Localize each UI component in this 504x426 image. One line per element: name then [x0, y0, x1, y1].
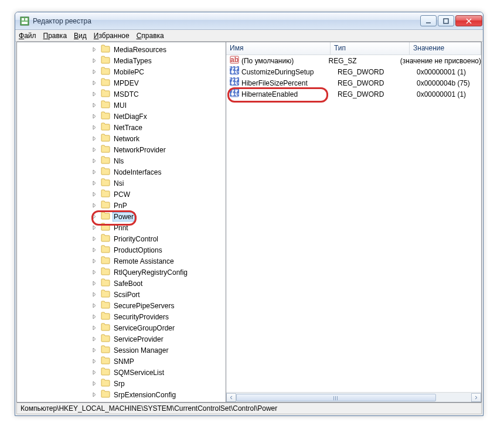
- menu-favorites[interactable]: Избранное: [94, 32, 130, 40]
- tree-item[interactable]: NetTrace: [17, 122, 226, 133]
- tree-item[interactable]: PnP: [17, 200, 226, 211]
- tree-item-label: SecurePipeServers: [113, 301, 175, 311]
- expand-icon[interactable]: [92, 303, 97, 308]
- expand-icon[interactable]: [92, 125, 97, 130]
- value-type: REG_DWORD: [338, 68, 417, 76]
- expand-icon[interactable]: [92, 336, 97, 342]
- tree-item[interactable]: PriorityControl: [17, 233, 226, 244]
- scroll-right-button[interactable]: [471, 393, 481, 402]
- value-data: 0x00000001 (1): [417, 90, 481, 98]
- col-value[interactable]: Значение: [410, 42, 481, 54]
- expand-icon[interactable]: [92, 136, 97, 141]
- value-row[interactable]: 011110HibernateEnabledREG_DWORD0x0000000…: [226, 88, 481, 100]
- value-row[interactable]: 011110CustomizeDuringSetupREG_DWORD0x000…: [226, 66, 481, 77]
- expand-icon[interactable]: [92, 47, 97, 52]
- expand-icon[interactable]: [92, 247, 97, 253]
- tree-item[interactable]: SecurityProviders: [17, 311, 226, 322]
- tree-item[interactable]: SafeBoot: [17, 278, 226, 289]
- tree-item[interactable]: NetDiagFx: [17, 111, 226, 122]
- col-type[interactable]: Тип: [331, 42, 410, 54]
- tree-item[interactable]: Remote Assistance: [17, 255, 226, 267]
- expand-icon[interactable]: [92, 58, 97, 63]
- menu-help[interactable]: Справка: [137, 32, 164, 40]
- folder-icon: [101, 356, 110, 366]
- tree-item-label: MSDTC: [113, 90, 140, 99]
- expand-icon[interactable]: [92, 292, 97, 297]
- menu-edit[interactable]: Правка: [43, 32, 67, 40]
- value-row[interactable]: ab(По умолчанию)REG_SZ(значение не присв…: [226, 55, 481, 66]
- tree-item[interactable]: Session Manager: [17, 345, 226, 356]
- menu-file[interactable]: Файл: [19, 32, 36, 40]
- tree-scroll[interactable]: MediaResourcesMediaTypesMobilePCMPDEVMSD…: [17, 42, 226, 402]
- col-name[interactable]: Имя: [226, 42, 331, 54]
- expand-icon[interactable]: [92, 114, 97, 119]
- expand-icon[interactable]: [92, 258, 97, 264]
- tree-item[interactable]: Network: [17, 133, 226, 144]
- expand-icon[interactable]: [92, 325, 97, 330]
- tree-item[interactable]: ProductOptions: [17, 244, 226, 255]
- dword-icon: 011110: [230, 66, 239, 77]
- menu-view[interactable]: Вид: [74, 32, 87, 40]
- expand-icon[interactable]: [92, 80, 97, 86]
- tree-item[interactable]: Print: [17, 222, 226, 233]
- expand-icon[interactable]: [92, 192, 97, 197]
- tree-item[interactable]: MediaTypes: [17, 55, 226, 66]
- close-button[interactable]: [455, 15, 482, 26]
- expand-icon[interactable]: [92, 370, 97, 375]
- value-row[interactable]: 011110HiberFileSizePercentREG_DWORD0x000…: [226, 77, 481, 88]
- expand-icon[interactable]: [92, 392, 97, 397]
- tree-item[interactable]: SNMP: [17, 356, 226, 367]
- expand-icon[interactable]: [92, 314, 97, 319]
- tree-item[interactable]: MSDTC: [17, 88, 226, 100]
- tree-item[interactable]: MediaResources: [17, 44, 226, 55]
- tree-item[interactable]: MUI: [17, 100, 226, 111]
- tree-item-label: MobilePC: [113, 67, 145, 77]
- expand-icon[interactable]: [92, 203, 97, 208]
- tree-item[interactable]: Power: [17, 211, 226, 222]
- tree-item[interactable]: NodeInterfaces: [17, 166, 226, 178]
- expand-icon[interactable]: [92, 69, 97, 74]
- tree-item[interactable]: Srp: [17, 378, 226, 389]
- dword-icon: 011110: [230, 88, 239, 100]
- tree-item[interactable]: Nsi: [17, 178, 226, 189]
- maximize-button[interactable]: [438, 15, 454, 26]
- scroll-track[interactable]: [236, 393, 471, 402]
- tree-item[interactable]: MPDEV: [17, 77, 226, 88]
- tree-item[interactable]: ServiceProvider: [17, 333, 226, 345]
- value-type: REG_DWORD: [338, 90, 417, 98]
- expand-icon[interactable]: [92, 381, 97, 386]
- expand-icon[interactable]: [92, 147, 97, 152]
- expand-icon[interactable]: [92, 359, 97, 364]
- tree-item[interactable]: PCW: [17, 189, 226, 200]
- tree-item[interactable]: SQMServiceList: [17, 367, 226, 378]
- tree-item-label: Network: [113, 134, 141, 144]
- scroll-thumb[interactable]: [236, 394, 436, 401]
- status-bar: Компьютер\HKEY_LOCAL_MACHINE\SYSTEM\Curr…: [16, 403, 482, 414]
- expand-icon[interactable]: [92, 281, 97, 286]
- folder-icon: [101, 45, 110, 54]
- expand-icon[interactable]: [92, 180, 97, 186]
- scroll-left-button[interactable]: [226, 393, 236, 402]
- expand-icon[interactable]: [92, 158, 97, 163]
- tree-item[interactable]: Nls: [17, 155, 226, 166]
- expand-icon[interactable]: [92, 91, 97, 97]
- expand-icon[interactable]: [92, 347, 97, 353]
- expand-icon[interactable]: [92, 169, 97, 175]
- tree-item[interactable]: SecurePipeServers: [17, 300, 226, 311]
- expand-icon[interactable]: [92, 103, 97, 108]
- horizontal-scrollbar[interactable]: [226, 392, 481, 402]
- folder-icon: [101, 111, 110, 121]
- tree-item[interactable]: ServiceGroupOrder: [17, 322, 226, 333]
- expand-icon[interactable]: [92, 236, 97, 241]
- expand-icon[interactable]: [92, 270, 97, 275]
- tree-item[interactable]: SrpExtensionConfig: [17, 389, 226, 400]
- expand-icon[interactable]: [92, 225, 97, 230]
- titlebar[interactable]: Редактор реестра: [15, 12, 483, 30]
- tree-item[interactable]: NetworkProvider: [17, 144, 226, 155]
- minimize-button[interactable]: [420, 15, 437, 26]
- tree-item[interactable]: RtlQueryRegistryConfig: [17, 267, 226, 278]
- tree-item[interactable]: MobilePC: [17, 66, 226, 77]
- tree-item-label: PriorityControl: [113, 234, 159, 244]
- expand-icon[interactable]: [92, 214, 97, 219]
- tree-item[interactable]: ScsiPort: [17, 289, 226, 300]
